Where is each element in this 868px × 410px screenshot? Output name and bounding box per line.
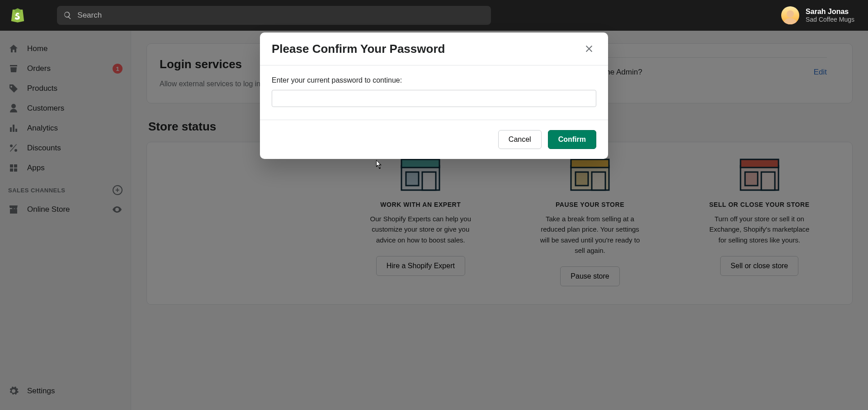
confirm-button[interactable]: Confirm: [548, 130, 596, 149]
avatar: [781, 6, 799, 24]
sidebar-item-products[interactable]: Products: [0, 79, 131, 98]
sidebar-bottom: Settings: [0, 377, 131, 410]
storefront-red-icon: [737, 157, 782, 193]
eye-icon[interactable]: [112, 204, 123, 215]
svg-rect-6: [576, 172, 588, 186]
persona-text: Sarah Jonas Sad Coffee Mugs: [806, 7, 854, 23]
orders-icon: [8, 63, 19, 74]
pause-store-button[interactable]: Pause store: [560, 266, 619, 286]
shopify-bag-icon: [9, 7, 26, 24]
sidebar-item-customers[interactable]: Customers: [0, 98, 131, 118]
modal-footer: Cancel Confirm: [260, 120, 608, 159]
sidebar-item-label: Customers: [27, 104, 64, 113]
search-input[interactable]: [77, 11, 485, 20]
sidebar-item-label: Discounts: [27, 144, 61, 153]
sales-channels-header: SALES CHANNELS +: [0, 178, 131, 200]
status-col-heading: WORK WITH AN EXPERT: [380, 201, 461, 208]
cancel-button[interactable]: Cancel: [498, 130, 542, 149]
sidebar-item-analytics[interactable]: Analytics: [0, 118, 131, 138]
modal-body: Enter your current password to continue:: [260, 65, 608, 120]
storefront-teal-icon: [398, 157, 443, 193]
status-col-body: Turn off your store or sell it on Exchan…: [705, 214, 814, 245]
sidebar-item-label: Online Store: [27, 205, 70, 214]
hire-expert-button[interactable]: Hire a Shopify Expert: [376, 256, 465, 276]
modal-close-button[interactable]: [582, 42, 596, 56]
svg-rect-2: [406, 172, 419, 186]
status-grid: WORK WITH AN EXPERT Our Shopify Experts …: [342, 157, 838, 286]
sidebar-item-discounts[interactable]: Discounts: [0, 138, 131, 158]
sidebar-item-online-store[interactable]: Online Store: [0, 200, 131, 219]
status-col-expert: WORK WITH AN EXPERT Our Shopify Experts …: [342, 157, 499, 286]
storefront-yellow-icon: [567, 157, 613, 193]
analytics-icon: [8, 123, 19, 134]
orders-badge: 1: [113, 64, 123, 74]
sales-channels-title: SALES CHANNELS: [8, 187, 65, 194]
sidebar-item-settings[interactable]: Settings: [0, 381, 131, 401]
sidebar-item-orders[interactable]: Orders 1: [0, 59, 131, 79]
sidebar-primary-nav: Home Orders 1 Products Customers Analyti…: [0, 31, 131, 377]
status-col-body: Take a break from selling at a reduced p…: [536, 214, 644, 256]
svg-rect-1: [401, 159, 439, 168]
status-col-heading: SELL OR CLOSE YOUR STORE: [709, 201, 810, 208]
sidebar-item-apps[interactable]: Apps: [0, 158, 131, 178]
status-col-heading: PAUSE YOUR STORE: [556, 201, 624, 208]
sidebar-item-label: Home: [27, 44, 47, 53]
svg-rect-10: [745, 172, 758, 186]
search-icon: [63, 11, 72, 20]
login-service-edit-link[interactable]: Edit: [814, 68, 827, 77]
svg-rect-7: [592, 172, 605, 190]
svg-rect-3: [422, 172, 436, 190]
account-menu[interactable]: Sarah Jonas Sad Coffee Mugs: [777, 6, 859, 24]
sidebar-item-label: Products: [27, 84, 57, 93]
user-name: Sarah Jonas: [806, 7, 854, 16]
store-name: Sad Coffee Mugs: [806, 16, 854, 23]
percent-icon: [8, 143, 19, 154]
settings-label: Settings: [27, 387, 55, 396]
brand-logo: [9, 7, 26, 24]
global-search[interactable]: [57, 6, 491, 25]
store-status-card: WORK WITH AN EXPERT Our Shopify Experts …: [146, 142, 853, 305]
sidebar-item-label: Analytics: [27, 124, 58, 133]
status-left-spacer: [161, 157, 333, 286]
sidebar: Home Orders 1 Products Customers Analyti…: [0, 31, 131, 410]
online-store-left: Online Store: [8, 204, 70, 215]
modal-title: Please Confirm Your Password: [272, 42, 445, 56]
svg-rect-9: [741, 159, 778, 168]
sell-close-store-button[interactable]: Sell or close store: [720, 256, 798, 276]
confirm-password-modal: Please Confirm Your Password Enter your …: [260, 33, 608, 159]
home-icon: [8, 43, 19, 54]
person-icon: [8, 103, 19, 114]
gear-icon: [8, 386, 19, 396]
sidebar-item-label: Orders: [27, 64, 51, 73]
add-channel-button[interactable]: +: [113, 185, 123, 195]
password-input[interactable]: [272, 90, 596, 107]
apps-icon: [8, 163, 19, 173]
modal-header: Please Confirm Your Password: [260, 33, 608, 65]
svg-rect-5: [571, 159, 609, 168]
svg-rect-11: [761, 172, 775, 190]
password-label: Enter your current password to continue:: [272, 76, 596, 84]
close-icon: [584, 44, 594, 54]
status-col-close: SELL OR CLOSE YOUR STORE Turn off your s…: [681, 157, 838, 286]
tag-icon: [8, 83, 19, 94]
sidebar-item-home[interactable]: Home: [0, 39, 131, 59]
topbar: Sarah Jonas Sad Coffee Mugs: [0, 0, 868, 31]
status-col-body: Our Shopify Experts can help you customi…: [366, 214, 475, 245]
store-icon: [8, 204, 19, 215]
sidebar-item-label: Apps: [27, 163, 45, 172]
status-col-pause: PAUSE YOUR STORE Take a break from selli…: [512, 157, 669, 286]
